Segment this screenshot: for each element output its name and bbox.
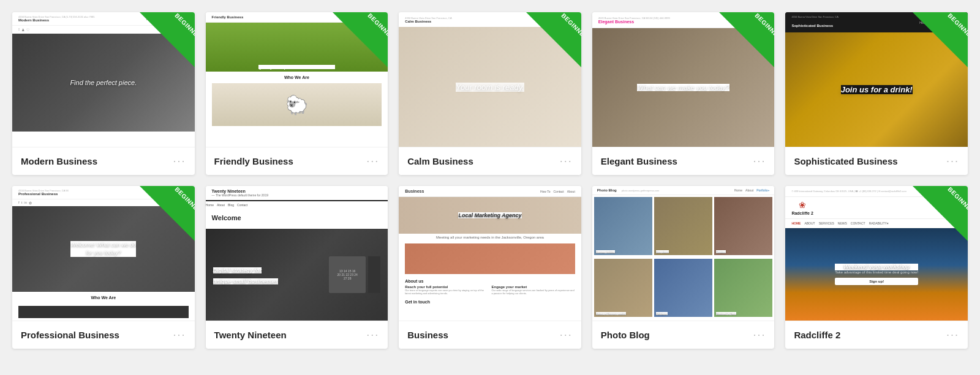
card-title-twenty-nineteen: Twenty Nineteen: [214, 330, 287, 340]
card-title-photo-blog: Photo Blog: [601, 330, 650, 340]
site-logo: Elegant Business: [598, 20, 670, 24]
hero-text: Welcome! What can we dofor you today?: [70, 241, 136, 256]
card-footer-professional-business: Professional Business ···: [12, 321, 195, 349]
card-menu-dots[interactable]: ···: [946, 155, 959, 168]
about-section: About us Reach your full potential Our t…: [399, 277, 581, 297]
beginner-badge: BEGINNER: [913, 186, 968, 241]
card-title-friendly-business: Friendly Business: [214, 156, 293, 166]
card-photo-blog[interactable]: Photo Blog photo.wordpress.getfreepress.…: [592, 186, 775, 349]
card-thumb-friendly-business: Friendly Business Home About Blog Contac…: [206, 12, 388, 147]
card-title-modern-business: Modern Business: [21, 156, 97, 166]
site-logo: Photo Blog: [597, 188, 617, 192]
photo-item: Cookies: [714, 197, 772, 255]
plant-graphic: [368, 256, 380, 293]
card-thumb-business: Business How To Contact About Local Mark…: [399, 186, 581, 321]
site-logo: Calm Business: [405, 20, 451, 23]
site-logo: Business: [405, 189, 424, 193]
card-title-sophisticated-business: Sophisticated Business: [794, 156, 897, 166]
card-menu-dots[interactable]: ···: [753, 155, 766, 168]
hero-text: Join us for a drink!: [841, 85, 913, 94]
site-logo: Twenty Nineteen: [212, 189, 382, 193]
bottom-bar: [18, 306, 189, 318]
site-logo: Modern Business: [18, 18, 94, 22]
card-elegant-business[interactable]: 4526 Buena Vista Drive San Francisco, CA…: [592, 12, 775, 175]
card-thumb-photo-blog: Photo Blog photo.wordpress.getfreepress.…: [592, 186, 775, 321]
mini-header: Twenty Nineteen — The WordPress default …: [206, 186, 388, 201]
hero-section: Digital strategy forunique small busines…: [206, 229, 388, 321]
card-menu-dots[interactable]: ···: [366, 329, 379, 341]
welcome-text: Welcome: [206, 207, 388, 229]
hero-section: Weekend yoga workshop Take advantage of …: [785, 228, 968, 321]
card-menu-dots[interactable]: ···: [173, 329, 186, 341]
site-logo: Friendly Business: [212, 15, 244, 19]
photo-grid: Summer holiday New shoes Cookies Bakery …: [592, 195, 775, 321]
card-modern-business[interactable]: 4334 Buena Vista Drive San Francisco, CA…: [12, 12, 195, 175]
card-title-business: Business: [407, 330, 448, 340]
card-footer-twenty-nineteen: Twenty Nineteen ···: [206, 321, 388, 349]
card-menu-dots[interactable]: ···: [946, 329, 959, 341]
about-title: About us: [405, 279, 575, 283]
mini-header: Business How To Contact About: [399, 186, 581, 197]
logo-text: Radcliffe 2: [791, 211, 813, 215]
theme-grid: 4334 Buena Vista Drive San Francisco, CA…: [12, 12, 968, 349]
card-professional-business[interactable]: 4334 Buena Vista Drive San Francisco, CA…: [12, 186, 195, 349]
card-title-calm-business: Calm Business: [407, 156, 473, 166]
photo-item: Summer holiday: [594, 197, 652, 255]
card-title-radcliffe-2: Radcliffe 2: [794, 330, 840, 340]
who-we-are: Who We Are: [206, 72, 388, 83]
photo-item: Eiffelturm: [654, 259, 712, 317]
card-twenty-nineteen[interactable]: Twenty Nineteen — The WordPress default …: [206, 186, 388, 349]
card-footer-radcliffe-2: Radcliffe 2 ···: [785, 321, 968, 349]
hero-text: Local Marketing Agency: [458, 212, 521, 218]
hero-text: Quality food produced close to home.: [258, 65, 336, 69]
hero-cta-button[interactable]: Sign up!: [835, 278, 918, 285]
beginner-badge: BEGINNER: [333, 12, 388, 67]
photo-item: Bakery at Farmers market: [594, 259, 652, 317]
hero-section: Local Marketing Agency: [399, 197, 581, 234]
beginner-badge: BEGINNER: [719, 12, 774, 67]
col-engage: Engage your market Our wide range of lan…: [492, 285, 575, 295]
card-footer-calm-business: Calm Business ···: [399, 147, 581, 175]
card-title-professional-business: Professional Business: [21, 330, 119, 340]
get-in-touch: Get in touch: [399, 297, 581, 306]
calendar-graphic: 13 14 15 1620 21 22 23 2427 28: [329, 256, 366, 293]
card-sophisticated-business[interactable]: 4334 Buena Vista Drive San Francisco, CA…: [785, 12, 968, 175]
card-calm-business[interactable]: 4334 Buena Vista Drive San Francisco, CA…: [399, 12, 581, 175]
card-menu-dots[interactable]: ···: [366, 155, 379, 168]
logo-area: ❀ Radcliffe 2: [791, 200, 813, 215]
beginner-badge: BEGINNER: [140, 12, 195, 67]
beginner-badge: BEGINNER: [526, 12, 581, 67]
agency-image: [405, 243, 575, 274]
card-title-elegant-business: Elegant Business: [601, 156, 677, 166]
hero-subtext: Take advantage of this limited time deal…: [835, 270, 918, 274]
hero-text: Your room is ready.: [456, 83, 524, 92]
content-columns: Reach your full potential Our team of la…: [405, 285, 575, 295]
card-footer-modern-business: Modern Business ···: [12, 147, 195, 175]
site-tagline: — The WordPress default theme for 2019: [212, 193, 382, 197]
card-menu-dots[interactable]: ···: [560, 155, 573, 168]
col-reach: Reach your full potential Our team of la…: [405, 285, 488, 295]
beginner-badge: BEGINNER: [913, 12, 968, 67]
card-footer-business: Business ···: [399, 321, 581, 349]
card-thumb-twenty-nineteen: Twenty Nineteen — The WordPress default …: [206, 186, 388, 321]
sheep-image: 🐑: [212, 83, 382, 126]
card-business[interactable]: Business How To Contact About Local Mark…: [399, 186, 581, 349]
photo-item: Weekend in Paris: [714, 259, 772, 317]
card-menu-dots[interactable]: ···: [753, 329, 766, 341]
hero-text: What can we make you today?: [637, 84, 729, 91]
card-footer-friendly-business: Friendly Business ···: [206, 147, 388, 175]
card-radcliffe-2[interactable]: © 409 International Gateway, Columbus OH…: [785, 186, 968, 349]
hero-text: Find the perfect piece.: [70, 79, 137, 86]
card-footer-photo-blog: Photo Blog ···: [592, 321, 775, 349]
card-thumb-professional-business: 4334 Buena Vista Drive San Francisco, CA…: [12, 186, 195, 321]
card-menu-dots[interactable]: ···: [560, 329, 573, 341]
who-we-are: Who We Are: [12, 292, 195, 303]
mini-header: Photo Blog photo.wordpress.getfreepress.…: [592, 186, 775, 195]
photo-item: New shoes: [654, 197, 712, 255]
site-nav: How To Contact About: [540, 190, 575, 193]
site-nav: Home About Portfolio+: [734, 188, 770, 192]
card-friendly-business[interactable]: Friendly Business Home About Blog Contac…: [206, 12, 388, 175]
card-thumb-calm-business: 4334 Buena Vista Drive San Francisco, CA…: [399, 12, 581, 147]
card-menu-dots[interactable]: ···: [173, 155, 186, 168]
site-logo: Sophisticated Business: [791, 24, 833, 28]
